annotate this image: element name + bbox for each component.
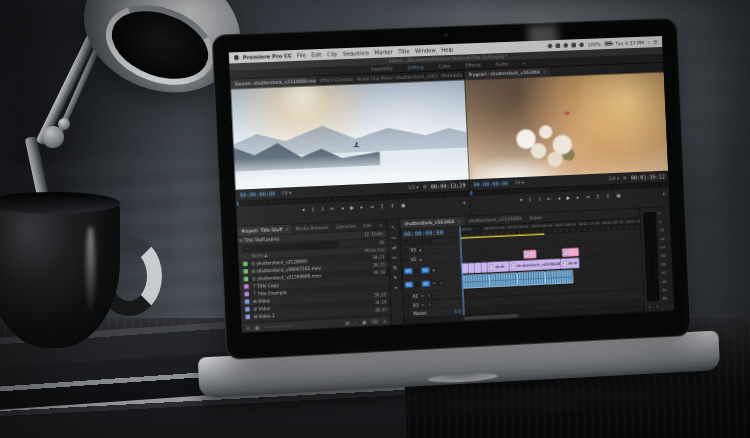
mute-button[interactable]: M (420, 302, 425, 307)
program-settings-icon[interactable]: ⚙ (623, 175, 627, 180)
master-level[interactable]: 0.0 (454, 309, 461, 314)
delete-button[interactable]: × (383, 318, 387, 323)
bluetooth-icon[interactable] (564, 43, 569, 48)
workspace-effects[interactable]: Effects (465, 62, 480, 68)
overwrite-button[interactable]: ↧ (390, 203, 394, 209)
audio-clip[interactable] (490, 273, 518, 288)
program-playhead[interactable] (471, 191, 472, 196)
menu-title[interactable]: Title (398, 48, 410, 54)
go-to-in-button[interactable]: ⇤ (547, 195, 551, 201)
label-color-chip[interactable] (243, 269, 248, 274)
volume-icon[interactable] (579, 42, 584, 47)
snap-icon[interactable] (411, 240, 416, 245)
mark-out-button[interactable]: } (321, 206, 324, 212)
lock-icon[interactable] (403, 248, 408, 253)
ripple-edit-tool[interactable]: ⇄ (392, 245, 396, 251)
apple-menu-icon[interactable] (234, 55, 239, 60)
button-editor-icon[interactable]: + (662, 190, 666, 196)
source-playhead[interactable] (237, 201, 238, 206)
add-marker-button[interactable]: ▾ (302, 207, 305, 213)
step-back-button[interactable]: ◂ (558, 195, 561, 201)
eye-icon[interactable]: ◉ (431, 267, 436, 272)
play-button[interactable]: ▶ (567, 195, 571, 201)
pen-tool[interactable]: ✎ (393, 275, 397, 281)
lock-icon[interactable] (405, 294, 410, 299)
button-editor-icon[interactable]: + (462, 199, 466, 205)
label-color-chip[interactable] (244, 284, 249, 289)
eye-icon[interactable]: ◉ (418, 257, 423, 262)
scrollbar-thumb[interactable] (464, 314, 519, 320)
new-item-button[interactable]: ⌫ (371, 319, 378, 324)
program-zoom-dropdown[interactable]: 1/4 ▾ (608, 176, 619, 181)
solo-button[interactable]: S (427, 293, 432, 298)
add-marker-icon[interactable] (426, 239, 431, 244)
lock-icon[interactable] (415, 282, 420, 287)
menu-clip[interactable]: Clip (327, 51, 337, 57)
solo-left-button[interactable]: S (647, 305, 652, 310)
program-fit-dropdown[interactable]: Fit ▾ (515, 180, 524, 185)
lock-icon[interactable] (406, 303, 411, 308)
title-clip[interactable]: fx (562, 248, 579, 257)
linked-selection-icon[interactable] (419, 240, 424, 245)
workspace-editing[interactable]: Editing (408, 65, 424, 71)
razor-tool[interactable]: ✂ (392, 255, 396, 261)
lift-button[interactable]: ↥ (596, 193, 600, 199)
audio-clip[interactable] (517, 271, 545, 286)
video-clip[interactable]: fxshutt (560, 258, 579, 269)
solo-button[interactable]: S (427, 302, 432, 307)
slip-tool[interactable]: ⇅ (393, 265, 397, 271)
panel-overflow-icon[interactable]: » (375, 220, 386, 230)
icon-view-button[interactable]: ▦ (255, 325, 260, 330)
status-icon-1[interactable] (548, 43, 553, 48)
mark-in-button[interactable]: { (311, 206, 314, 212)
menu-marker[interactable]: Marker (374, 49, 393, 56)
title-clip[interactable]: fx (523, 250, 536, 259)
label-color-chip[interactable] (245, 314, 250, 319)
go-to-out-button[interactable]: ⇥ (585, 194, 589, 200)
solo-right-button[interactable]: S (655, 304, 660, 309)
spotlight-icon[interactable]: ⌕ (647, 39, 650, 45)
workspace-assembly[interactable]: Assembly (371, 66, 393, 72)
menu-help[interactable]: Help (441, 46, 453, 52)
label-color-chip[interactable] (245, 299, 250, 304)
track-target-v1[interactable]: V1 (421, 267, 429, 273)
export-frame-button[interactable]: ▣ (616, 192, 621, 198)
track-select-tool[interactable]: ▭ (391, 235, 396, 241)
label-color-chip[interactable] (244, 292, 249, 297)
new-bin-button[interactable]: ▣ (362, 319, 367, 324)
lock-icon[interactable] (404, 258, 409, 263)
workspace-audio[interactable]: Audio (495, 61, 508, 66)
go-to-out-button[interactable]: ⇥ (369, 203, 373, 209)
export-frame-button[interactable]: ▣ (401, 202, 406, 208)
zoom-slider[interactable] (264, 325, 294, 328)
label-color-chip[interactable] (245, 307, 250, 312)
timeline-playhead-timecode[interactable]: 00:00:00:00 (404, 229, 444, 238)
go-to-in-button[interactable]: ⇤ (331, 205, 335, 211)
label-color-chip[interactable] (243, 261, 248, 266)
lock-icon[interactable] (406, 312, 411, 317)
lock-icon[interactable] (414, 268, 419, 273)
mute-button[interactable]: M (432, 281, 437, 286)
audio-clip[interactable] (545, 270, 573, 285)
track-target-a1[interactable]: A1 (422, 281, 430, 287)
column-header-name[interactable]: Name ▲ (252, 253, 268, 258)
workspace-color[interactable]: Color (438, 64, 450, 69)
mute-button[interactable]: M (420, 293, 425, 298)
wifi-icon[interactable] (572, 43, 577, 48)
menu-edit[interactable]: Edit (311, 51, 322, 57)
program-current-timecode[interactable]: 00:00:00:00 (473, 180, 508, 188)
selection-tool[interactable]: ↖ (391, 225, 395, 231)
source-zoom-dropdown[interactable]: 1/2 ▾ (408, 185, 419, 190)
step-forward-button[interactable]: ▸ (577, 194, 580, 200)
mark-out-button[interactable]: } (538, 196, 541, 202)
source-patch-a1[interactable]: A1 (405, 282, 413, 288)
close-icon[interactable]: × (457, 219, 461, 224)
step-back-button[interactable]: ◂ (341, 205, 344, 211)
eye-icon[interactable]: ◉ (418, 247, 423, 252)
mark-in-button[interactable]: { (529, 196, 532, 202)
step-forward-button[interactable]: ▸ (360, 204, 363, 210)
new-bin-shortcut-icon[interactable]: ▤ (380, 239, 385, 244)
label-color-chip[interactable] (244, 277, 249, 282)
find-button[interactable]: ⌕ (354, 320, 357, 326)
insert-button[interactable]: ↥ (380, 203, 384, 209)
